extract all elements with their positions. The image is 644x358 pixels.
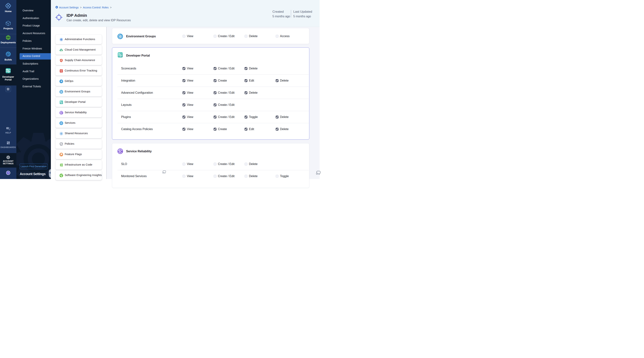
svg-text:?: ? xyxy=(7,127,8,129)
